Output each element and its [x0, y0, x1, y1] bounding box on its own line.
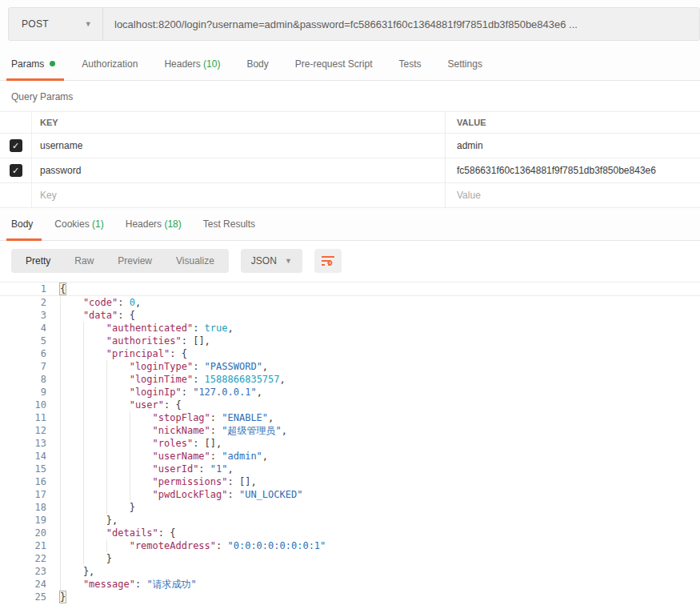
token-punc: : [],	[227, 476, 256, 487]
indent-guide	[60, 527, 83, 539]
token-str: "ENABLE"	[222, 412, 268, 423]
indent-guide	[106, 373, 130, 386]
indent-guide	[60, 322, 83, 335]
token-key: "loginTime"	[130, 374, 193, 385]
param-key-cell[interactable]: Key	[32, 183, 446, 207]
tab-label: Cookies	[54, 218, 89, 230]
response-body-code[interactable]: 1{2"code": 0,3"data": {4"authenticated":…	[0, 280, 700, 603]
response-tab-headers[interactable]: Headers (18)	[126, 208, 182, 241]
code-line: 6"principal": {	[0, 347, 700, 360]
param-checkbox[interactable]: ✓	[10, 139, 22, 152]
token-key: "authorities"	[106, 335, 182, 347]
code-line: 10"user": {	[0, 399, 700, 411]
token-key: "userName"	[153, 451, 210, 462]
request-tab-headers[interactable]: Headers (10)	[164, 48, 220, 81]
indent-guide	[60, 373, 83, 386]
code-text: "userName": "admin",	[60, 450, 268, 463]
request-tab-authorization[interactable]: Authorization	[82, 48, 138, 81]
url-input[interactable]: localhost:8200/login?username=admin&pass…	[103, 8, 699, 40]
code-text: "roles": [],	[60, 437, 222, 450]
param-value-cell[interactable]: fc586631f60c1364881f9f7851db3f850be843e6	[446, 158, 700, 182]
code-text: },	[60, 514, 118, 527]
token-punc-hl: }	[60, 591, 66, 603]
indent-guide	[60, 488, 83, 501]
indent-guide	[106, 450, 130, 463]
select-all-cell	[0, 112, 32, 133]
indent-guide	[83, 347, 106, 360]
token-str: "请求成功"	[146, 579, 196, 590]
param-value-cell[interactable]: Value	[446, 183, 700, 207]
line-number: 23	[0, 565, 46, 578]
line-number: 15	[0, 463, 46, 475]
line-number: 17	[0, 488, 46, 501]
indent-guide	[60, 565, 83, 578]
indent-guide	[106, 488, 130, 501]
token-punc: ,	[228, 463, 234, 475]
code-text: "loginType": "PASSWORD",	[60, 360, 268, 373]
view-mode-raw[interactable]: Raw	[62, 249, 106, 273]
tab-label: Authorization	[82, 58, 138, 70]
indent-guide	[83, 463, 106, 475]
params-header-row: KEY VALUE	[0, 111, 700, 134]
response-tab-test-results[interactable]: Test Results	[203, 208, 255, 241]
indent-guide	[83, 437, 106, 450]
tab-label: Test Results	[203, 218, 255, 230]
line-number: 12	[0, 424, 46, 437]
request-tab-body[interactable]: Body	[246, 48, 268, 81]
token-key: "authenticated"	[106, 323, 193, 334]
code-line: 3"data": {	[0, 309, 700, 322]
line-number: 3	[0, 309, 46, 322]
indent-guide	[60, 309, 83, 322]
code-text: "nickName": "超级管理员",	[60, 424, 287, 437]
code-text: }	[60, 501, 135, 514]
response-tab-body[interactable]: Body	[11, 208, 33, 241]
code-line: 13"roles": [],	[0, 437, 700, 450]
indent-guide	[83, 335, 106, 347]
indent-guide	[83, 475, 106, 488]
tab-label: Params	[11, 58, 44, 70]
indent-guide	[60, 514, 83, 527]
param-checkbox[interactable]: ✓	[10, 164, 22, 177]
request-tab-settings[interactable]: Settings	[448, 48, 482, 81]
view-mode-preview[interactable]: Preview	[106, 249, 164, 273]
token-punc: :	[135, 579, 146, 590]
indent-guide	[83, 386, 106, 399]
indent-guide	[130, 450, 153, 463]
code-text: "pwdLockFlag": "UN_LOCKED"	[60, 488, 302, 501]
param-key-cell[interactable]: username	[32, 134, 446, 158]
url-group: POST ▼ localhost:8200/login?username=adm…	[8, 7, 700, 41]
wrap-lines-button[interactable]	[314, 249, 342, 273]
indent-guide	[83, 424, 106, 437]
token-punc: :	[182, 387, 193, 398]
code-line: 23},	[0, 565, 700, 578]
code-text: },	[60, 565, 94, 578]
token-punc: : [],	[182, 335, 210, 347]
request-url-bar: POST ▼ localhost:8200/login?username=adm…	[0, 0, 700, 48]
tab-label: Headers	[164, 58, 200, 70]
code-text: "message": "请求成功"	[60, 578, 197, 591]
token-str: "1"	[210, 463, 228, 475]
view-mode-pretty[interactable]: Pretty	[14, 249, 62, 273]
indent-guide	[60, 552, 83, 565]
code-line: 21"remoteAddress": "0:0:0:0:0:0:0:1"	[0, 539, 700, 552]
language-dropdown[interactable]: JSON ▼	[241, 249, 302, 273]
response-tab-cookies[interactable]: Cookies (1)	[54, 208, 103, 241]
request-tab-params[interactable]: Params	[11, 48, 55, 81]
line-number: 2	[0, 296, 46, 309]
token-key: "roles"	[153, 438, 194, 449]
view-mode-visualize[interactable]: Visualize	[164, 249, 226, 273]
param-key-cell[interactable]: password	[32, 158, 446, 182]
code-line: 11"stopFlag": "ENABLE",	[0, 411, 700, 424]
request-tab-pre-request-script[interactable]: Pre-request Script	[295, 48, 373, 81]
line-number: 10	[0, 399, 46, 411]
token-key: "loginType"	[130, 361, 193, 372]
method-dropdown[interactable]: POST ▼	[9, 8, 103, 40]
indent-guide	[130, 411, 153, 424]
request-tab-tests[interactable]: Tests	[399, 48, 422, 81]
param-value-cell[interactable]: admin	[446, 134, 700, 158]
tab-label: Headers	[126, 218, 162, 230]
param-rows: ✓usernameadmin✓passwordfc586631f60c13648…	[0, 134, 700, 208]
code-line: 1{	[0, 282, 700, 296]
tab-label: Settings	[448, 58, 482, 70]
indent-guide	[83, 373, 106, 386]
